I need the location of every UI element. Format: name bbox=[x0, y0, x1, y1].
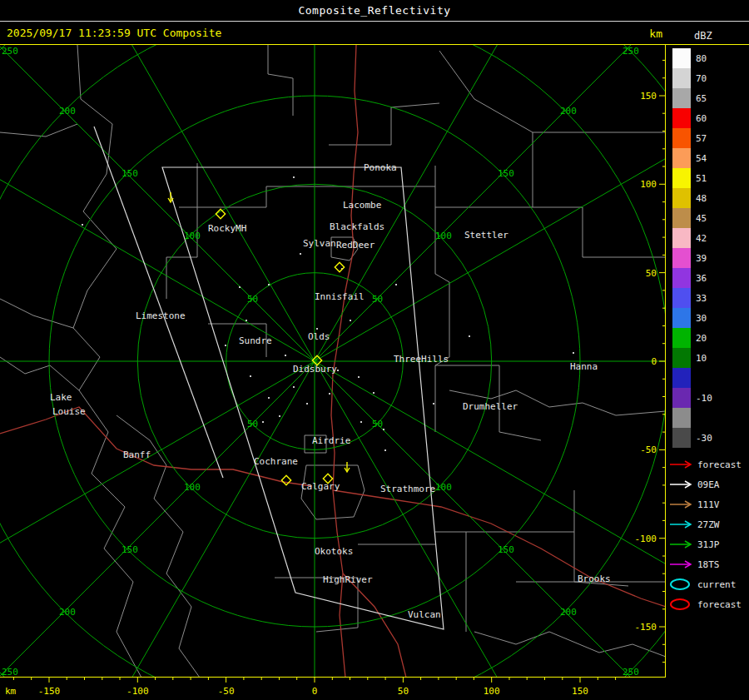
x-axis-canvas: km-150-100-50050100150 bbox=[0, 678, 749, 700]
range-ring-label: 100 bbox=[435, 231, 452, 241]
storm-cell-dot bbox=[300, 253, 301, 255]
x-axis-tick-label: -50 bbox=[218, 686, 235, 697]
dbz-value-label: 60 bbox=[691, 113, 707, 124]
county-boundary bbox=[0, 124, 77, 137]
range-ring-label: 150 bbox=[122, 544, 138, 555]
vector-label: forecast bbox=[694, 459, 742, 470]
county-boundary bbox=[0, 299, 73, 328]
dbz-scale-cell: -10 bbox=[666, 388, 749, 408]
vector-label: 18TS bbox=[694, 559, 720, 570]
dbz-swatch bbox=[672, 328, 691, 348]
radar-map[interactable]: 5010015020025050100150200250501001502002… bbox=[0, 45, 666, 678]
scale-title: dBZ bbox=[666, 30, 749, 48]
county-boundary bbox=[435, 132, 666, 207]
range-ring-label: 250 bbox=[623, 667, 639, 678]
dbz-swatch bbox=[672, 48, 691, 68]
storm-cell-dot bbox=[293, 176, 295, 178]
vector-legend-row: 18TS bbox=[666, 554, 749, 574]
range-ring-label: 50 bbox=[247, 419, 258, 429]
vector-ellipse-icon bbox=[669, 598, 694, 611]
x-axis: km-150-100-50050100150 bbox=[0, 678, 749, 700]
place-label: Sundre bbox=[239, 335, 272, 346]
dbz-value-label: 30 bbox=[691, 313, 707, 324]
range-ring-label: 150 bbox=[498, 544, 514, 555]
x-axis-tick-label: -150 bbox=[38, 686, 61, 697]
dbz-value-label: 48 bbox=[691, 193, 707, 204]
dbz-swatch bbox=[672, 128, 691, 148]
place-label: Airdrie bbox=[312, 435, 350, 446]
radar-site-marker[interactable] bbox=[335, 262, 344, 271]
y-axis-unit-label: km bbox=[649, 27, 662, 40]
range-ring-label: 200 bbox=[560, 106, 577, 117]
dbz-scale-cell: 36 bbox=[666, 268, 749, 288]
place-label: RedDeer bbox=[336, 240, 375, 251]
range-ring-label: 250 bbox=[2, 46, 18, 57]
vector-label: 111V bbox=[694, 499, 720, 510]
dbz-swatch bbox=[672, 88, 691, 108]
place-label: Louise bbox=[52, 406, 86, 417]
radar-site-marker[interactable] bbox=[281, 475, 290, 484]
storm-cell-dot bbox=[239, 286, 241, 288]
map-canvas[interactable]: 5010015020025050100150200250501001502002… bbox=[0, 45, 666, 678]
range-ring-label: 250 bbox=[2, 667, 18, 678]
place-label: Brooks bbox=[578, 573, 611, 584]
storm-cell-dot bbox=[306, 403, 308, 405]
dbz-value-label: 36 bbox=[691, 273, 707, 284]
dbz-scale-cell: 54 bbox=[666, 148, 749, 168]
range-ring-label: 200 bbox=[59, 607, 76, 618]
dbz-swatch bbox=[672, 68, 691, 88]
y-axis-tick-label: 0 bbox=[651, 356, 657, 367]
window-title: Composite_Reflectivity bbox=[298, 4, 450, 17]
dbz-scale-cell: 39 bbox=[666, 248, 749, 268]
storm-cell-dot bbox=[279, 415, 280, 417]
dbz-value-label: 10 bbox=[691, 353, 707, 364]
storm-cell-dot bbox=[337, 370, 339, 371]
dbz-value-label: 70 bbox=[691, 73, 707, 84]
dbz-value-label: 54 bbox=[691, 153, 707, 164]
radar-site-marker[interactable] bbox=[216, 209, 225, 218]
county-boundary bbox=[329, 103, 439, 145]
storm-cell-dot bbox=[358, 376, 360, 378]
vector-arrow-icon bbox=[669, 498, 694, 511]
x-axis-tick-label: 100 bbox=[484, 686, 500, 697]
place-label: RockyMH bbox=[208, 223, 246, 234]
vector-arrow-icon bbox=[669, 458, 694, 471]
x-axis-tick-label: 0 bbox=[312, 686, 318, 697]
storm-cell-dot bbox=[293, 386, 295, 388]
range-ring-label: 200 bbox=[59, 106, 76, 117]
county-boundary bbox=[533, 207, 666, 257]
y-axis-tick-label: -150 bbox=[635, 622, 657, 633]
vector-legend-row: forecast bbox=[666, 594, 749, 614]
county-boundary bbox=[474, 632, 666, 657]
azimuth-line bbox=[315, 361, 606, 678]
range-ring-label: 250 bbox=[623, 46, 639, 57]
place-label: Cochrane bbox=[254, 456, 298, 467]
place-label: Ponoka bbox=[364, 162, 397, 173]
place-label: Hanna bbox=[570, 361, 598, 372]
dbz-swatch bbox=[672, 288, 691, 308]
titlebar: Composite_Reflectivity bbox=[0, 0, 749, 22]
dbz-scale-cell: 45 bbox=[666, 208, 749, 228]
dbz-scale-cell: 57 bbox=[666, 128, 749, 148]
storm-cell-dot bbox=[268, 397, 270, 399]
vector-ellipse-icon bbox=[669, 578, 694, 591]
dbz-scale-cell: 48 bbox=[666, 188, 749, 208]
legend-panel: dBZ 80706560575451484542393633302010-10-… bbox=[666, 30, 749, 614]
vector-label: 27ZW bbox=[694, 519, 720, 530]
y-axis-tick-label: -100 bbox=[635, 534, 657, 544]
vector-arrow-icon bbox=[669, 518, 694, 531]
x-axis-tick-label: 150 bbox=[572, 686, 588, 697]
dbz-swatch bbox=[672, 388, 691, 408]
range-ring-label: 100 bbox=[184, 482, 201, 493]
dbz-swatch bbox=[672, 248, 691, 268]
timestamp: 2025/09/17 11:23:59 UTC Composite bbox=[7, 27, 221, 39]
place-label: Limestone bbox=[136, 310, 186, 321]
dbz-value-label: 65 bbox=[691, 93, 707, 104]
x-axis-unit-label: km bbox=[5, 686, 17, 697]
dbz-value-label: 45 bbox=[691, 213, 707, 224]
dbz-value-label: 20 bbox=[691, 333, 707, 344]
y-axis-tick-label: 150 bbox=[640, 91, 657, 102]
range-ring-label: 100 bbox=[184, 231, 201, 241]
place-label: Banff bbox=[123, 449, 151, 460]
dbz-scale-cell: 65 bbox=[666, 88, 749, 108]
